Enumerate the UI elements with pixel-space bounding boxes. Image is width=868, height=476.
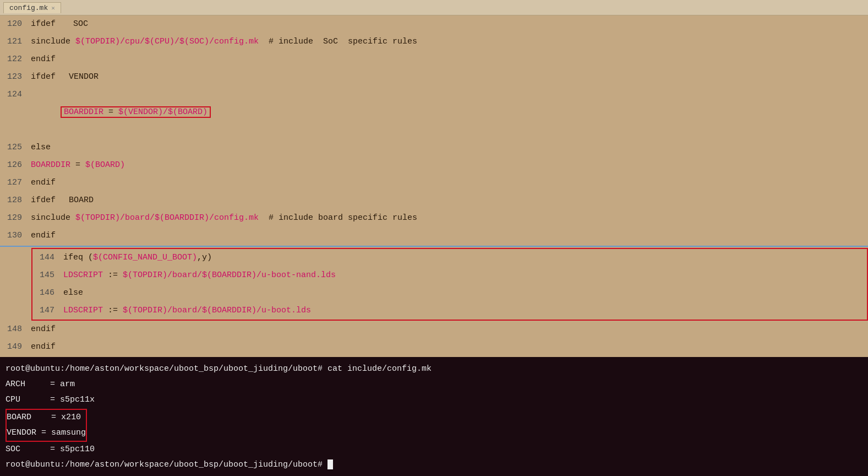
code-content: sinclude $(TOPDIR)/board/$(BOARDDIR)/con… bbox=[31, 209, 868, 227]
line-number: 128 bbox=[0, 192, 31, 209]
code-content: ifdefVENDOR bbox=[31, 68, 868, 86]
code-content: endif bbox=[31, 321, 868, 338]
table-row: 123 ifdefVENDOR bbox=[0, 68, 868, 86]
code-content: endif bbox=[31, 174, 868, 192]
terminal-line: CPU = s5pc11x bbox=[6, 392, 862, 408]
blue-divider bbox=[0, 246, 868, 247]
table-row: 122 endif bbox=[0, 51, 868, 68]
code-content: ifeq ($(CONFIG_NAND_U_BOOT),y) bbox=[63, 249, 867, 267]
tab-close-button[interactable]: ✕ bbox=[51, 4, 55, 12]
table-row: 144 ifeq ($(CONFIG_NAND_U_BOOT),y) bbox=[32, 249, 867, 267]
table-row: 149 endif bbox=[0, 338, 868, 356]
table-row: 128 ifdefBOARD bbox=[0, 192, 868, 209]
line-number: 123 bbox=[0, 68, 31, 86]
code-content: LDSCRIPT := $(TOPDIR)/board/$(BOARDDIR)/… bbox=[63, 302, 867, 320]
table-row: 129 sinclude $(TOPDIR)/board/$(BOARDDIR)… bbox=[0, 209, 868, 227]
code-content: else bbox=[63, 284, 867, 302]
line-number: 146 bbox=[32, 284, 63, 302]
code-content: endif bbox=[31, 338, 868, 356]
table-row: 146 else bbox=[32, 284, 867, 302]
highlight-section: 144 ifeq ($(CONFIG_NAND_U_BOOT),y) 145 L… bbox=[31, 248, 868, 321]
line-number: 147 bbox=[32, 302, 63, 320]
line-number: 120 bbox=[0, 15, 31, 33]
terminal-line: BOARD = x210 bbox=[7, 410, 86, 425]
titlebar: config.mk ✕ bbox=[0, 0, 868, 15]
table-row: 147 LDSCRIPT := $(TOPDIR)/board/$(BOARDD… bbox=[32, 302, 867, 320]
code-content: ifdefSOC bbox=[31, 15, 868, 33]
line-number: 124 bbox=[0, 86, 31, 139]
tab-label: config.mk bbox=[9, 4, 48, 12]
terminal-line: root@ubuntu:/home/aston/workspace/uboot_… bbox=[6, 361, 862, 377]
line-number: 126 bbox=[0, 156, 31, 174]
table-row: 148 endif bbox=[0, 321, 868, 338]
terminal-line: VENDOR = samsung bbox=[7, 425, 86, 441]
table-row: 121 sinclude $(TOPDIR)/cpu/$(CPU)/$(SOC)… bbox=[0, 33, 868, 51]
table-row: 126 BOARDDIR = $(BOARD) bbox=[0, 156, 868, 174]
terminal-line: root@ubuntu:/home/aston/workspace/uboot_… bbox=[6, 457, 862, 473]
terminal-line: SOC = s5pc110 bbox=[6, 442, 862, 457]
table-row: 124 BOARDDIR = $(VENDOR)/$(BOARD) bbox=[0, 86, 868, 139]
table-row: 130 endif bbox=[0, 227, 868, 245]
line-number: 121 bbox=[0, 33, 31, 51]
table-row: 125 else bbox=[0, 139, 868, 156]
table-row: 145 LDSCRIPT := $(TOPDIR)/board/$(BOARDD… bbox=[32, 267, 867, 284]
code-content: sinclude $(TOPDIR)/cpu/$(CPU)/$(SOC)/con… bbox=[31, 33, 868, 51]
code-content: BOARDDIR = $(BOARD) bbox=[31, 156, 868, 174]
line-number: 149 bbox=[0, 338, 31, 356]
terminal: root@ubuntu:/home/aston/workspace/uboot_… bbox=[0, 357, 868, 476]
line-number: 125 bbox=[0, 139, 31, 156]
line-number: 145 bbox=[32, 267, 63, 284]
line-number: 144 bbox=[32, 249, 63, 267]
table-row: 120 ifdefSOC bbox=[0, 15, 868, 33]
code-content: ifdefBOARD bbox=[31, 192, 868, 209]
code-content: endif bbox=[31, 51, 868, 68]
line-number: 122 bbox=[0, 51, 31, 68]
line-number: 148 bbox=[0, 321, 31, 338]
terminal-highlight-box: BOARD = x210 VENDOR = samsung bbox=[6, 409, 87, 442]
line-number: 127 bbox=[0, 174, 31, 192]
code-editor: 120 ifdefSOC 121 sinclude $(TOPDIR)/cpu/… bbox=[0, 15, 868, 357]
file-tab[interactable]: config.mk ✕ bbox=[3, 2, 61, 13]
line-number: 129 bbox=[0, 209, 31, 227]
terminal-line: ARCH = arm bbox=[6, 377, 862, 392]
line-number: 130 bbox=[0, 227, 31, 245]
code-content: BOARDDIR = $(VENDOR)/$(BOARD) bbox=[31, 86, 868, 139]
code-content: LDSCRIPT := $(TOPDIR)/board/$(BOARDDIR)/… bbox=[63, 267, 867, 284]
cursor bbox=[327, 459, 333, 469]
code-content: else bbox=[31, 139, 868, 156]
table-row: 127 endif bbox=[0, 174, 868, 192]
code-content: endif bbox=[31, 227, 868, 245]
